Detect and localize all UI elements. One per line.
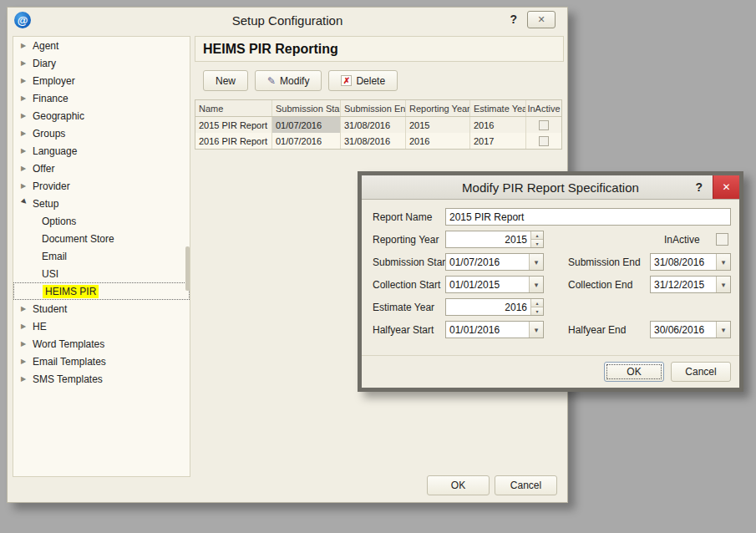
- inactive-checkbox[interactable]: [539, 136, 549, 146]
- sidebar-item-finance[interactable]: ▶Finance: [13, 89, 190, 107]
- submission-start-input[interactable]: [446, 254, 529, 270]
- collection-start-input[interactable]: [446, 277, 529, 292]
- sidebar-item-setup[interactable]: ▶Setup: [13, 195, 190, 212]
- reporting-year-input[interactable]: [446, 231, 530, 247]
- sidebar-item-diary[interactable]: ▶Diary: [13, 54, 190, 72]
- sidebar-item-label: USI: [42, 268, 58, 280]
- chevron-right-icon: ▶: [21, 322, 33, 330]
- sidebar-item-he[interactable]: ▶HE: [13, 317, 190, 335]
- sidebar-item-language[interactable]: ▶Language: [13, 142, 190, 160]
- chevron-down-icon[interactable]: ▾: [529, 277, 543, 292]
- help-icon[interactable]: ?: [510, 13, 517, 26]
- column-header-inactive[interactable]: InActive: [526, 100, 561, 116]
- chevron-down-icon[interactable]: ▾: [529, 322, 543, 338]
- sidebar-item-offer[interactable]: ▶Offer: [13, 160, 190, 177]
- sidebar-item-email[interactable]: Email: [13, 247, 190, 265]
- sidebar-item-student[interactable]: ▶Student: [13, 300, 190, 317]
- sidebar-scrollbar-thumb[interactable]: [185, 246, 190, 291]
- spin-up-icon[interactable]: ▴: [531, 299, 543, 307]
- page-title-text: HEIMS PIR Reporting: [203, 42, 338, 57]
- sidebar-item-label: Groups: [33, 128, 65, 140]
- cell-name[interactable]: 2015 PIR Report: [195, 117, 272, 133]
- help-icon[interactable]: ?: [695, 180, 703, 194]
- sidebar-item-options[interactable]: Options: [13, 212, 190, 230]
- sidebar-item-sms-templates[interactable]: ▶SMS Templates: [13, 370, 190, 388]
- sidebar-item-label: SMS Templates: [33, 373, 103, 385]
- cell-submission-end[interactable]: 31/08/2016: [341, 117, 406, 133]
- collection-start-label: Collection Start: [373, 276, 440, 293]
- ok-button-label: OK: [451, 480, 465, 491]
- halfyear-end-input[interactable]: [651, 322, 716, 338]
- inactive-checkbox[interactable]: [716, 233, 728, 246]
- dialog-close-button[interactable]: ✕: [713, 175, 739, 199]
- chevron-down-icon[interactable]: ▾: [716, 254, 730, 270]
- dialog-title: Modify PIR Report Specification: [462, 180, 639, 195]
- sidebar-item-label: Diary: [33, 58, 56, 69]
- sidebar-item-groups[interactable]: ▶Groups: [13, 124, 190, 142]
- chevron-down-icon[interactable]: ▾: [716, 277, 730, 292]
- sidebar-item-label: Email: [42, 251, 67, 262]
- close-button[interactable]: ✕: [527, 11, 556, 28]
- spin-up-icon[interactable]: ▴: [531, 231, 543, 240]
- table-row[interactable]: 2016 PIR Report 01/07/2016 31/08/2016 20…: [195, 133, 561, 149]
- close-icon: ✕: [722, 181, 730, 193]
- cell-submission-start[interactable]: 01/07/2016: [272, 117, 341, 133]
- cell-name[interactable]: 2016 PIR Report: [195, 133, 272, 149]
- chevron-right-icon: ▶: [21, 42, 33, 49]
- submission-end-input[interactable]: [651, 254, 716, 270]
- column-header-submission-start[interactable]: Submission Start: [272, 100, 341, 116]
- column-header-reporting-year[interactable]: Reporting Year: [406, 100, 470, 116]
- table-row[interactable]: 2015 PIR Report 01/07/2016 31/08/2016 20…: [195, 117, 561, 133]
- dialog-title-bar: Modify PIR Report Specification ? ✕: [362, 175, 739, 200]
- sidebar-item-label: Options: [42, 216, 76, 227]
- sidebar-item-label: Setup: [33, 198, 58, 210]
- sidebar-item-geographic[interactable]: ▶Geographic: [13, 107, 190, 124]
- modify-button[interactable]: ✎Modify: [255, 70, 322, 91]
- cell-submission-start[interactable]: 01/07/2016: [272, 133, 341, 149]
- sidebar-item-employer[interactable]: ▶Employer: [13, 72, 190, 89]
- sidebar-item-label: Email Templates: [33, 356, 106, 368]
- dialog-cancel-button[interactable]: Cancel: [671, 362, 731, 382]
- report-name-label: Report Name: [373, 208, 432, 226]
- chevron-down-icon[interactable]: ▾: [529, 254, 543, 270]
- chevron-down-icon[interactable]: ▾: [716, 322, 730, 338]
- delete-button[interactable]: ✗Delete: [328, 70, 398, 91]
- new-button[interactable]: New: [203, 70, 248, 91]
- close-icon: ✕: [537, 14, 545, 25]
- settings-tree: ▶Agent ▶Diary ▶Employer ▶Finance ▶Geogra…: [13, 36, 190, 477]
- cancel-button-label: Cancel: [510, 480, 541, 491]
- dialog-ok-button[interactable]: OK: [604, 362, 664, 382]
- estimate-year-spinner: ▴▾: [530, 299, 543, 315]
- spin-down-icon[interactable]: ▾: [531, 307, 543, 315]
- cell-reporting-year[interactable]: 2015: [406, 117, 470, 133]
- spin-down-icon[interactable]: ▾: [531, 240, 543, 247]
- column-header-submission-end[interactable]: Submission End: [341, 100, 406, 116]
- cell-reporting-year[interactable]: 2016: [406, 133, 470, 149]
- column-header-name[interactable]: Name: [195, 100, 272, 116]
- report-name-input[interactable]: [446, 209, 730, 225]
- sidebar-item-heims-pir[interactable]: HEIMS PIR: [13, 282, 190, 300]
- sidebar-item-label: Word Templates: [33, 338, 104, 350]
- sidebar-item-usi[interactable]: USI: [13, 265, 190, 282]
- column-header-estimate-year[interactable]: Estimate Year: [470, 100, 526, 116]
- modify-button-label: Modify: [280, 75, 309, 87]
- app-logo-icon: @: [14, 12, 31, 28]
- sidebar-item-provider[interactable]: ▶Provider: [13, 177, 190, 195]
- inactive-checkbox[interactable]: [539, 120, 549, 130]
- sidebar-item-document-store[interactable]: Document Store: [13, 230, 190, 247]
- estimate-year-input[interactable]: [446, 299, 530, 315]
- sidebar-item-word-templates[interactable]: ▶Word Templates: [13, 335, 190, 353]
- chevron-right-icon: ▶: [21, 94, 33, 102]
- ok-button[interactable]: OK: [427, 475, 490, 495]
- reporting-year-field-wrap: ▴▾: [445, 231, 544, 248]
- chevron-right-icon: ▶: [21, 129, 33, 137]
- cell-estimate-year[interactable]: 2016: [470, 117, 526, 133]
- cell-estimate-year[interactable]: 2017: [470, 133, 526, 149]
- sidebar-item-agent[interactable]: ▶Agent: [13, 37, 190, 54]
- cell-submission-end[interactable]: 31/08/2016: [341, 133, 406, 149]
- window-footer: OK Cancel: [427, 475, 557, 495]
- collection-end-input[interactable]: [651, 277, 716, 292]
- halfyear-start-input[interactable]: [446, 322, 529, 338]
- cancel-button[interactable]: Cancel: [495, 475, 557, 495]
- sidebar-item-email-templates[interactable]: ▶Email Templates: [13, 353, 190, 370]
